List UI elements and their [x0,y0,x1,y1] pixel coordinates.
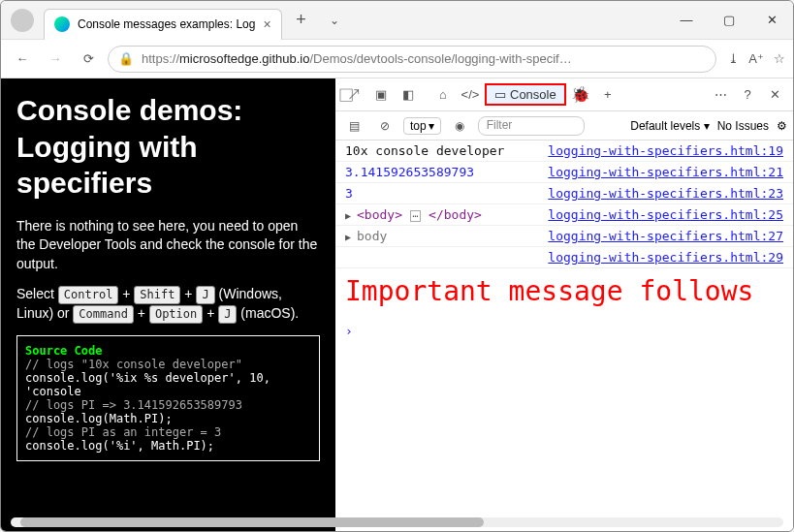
keyboard-instructions: Select Control + Shift + J (Windows, Lin… [16,285,320,324]
address-bar[interactable]: 🔒 https://microsoftedge.github.io/Demos/… [108,46,716,73]
window-maximize-button[interactable]: ▢ [708,1,750,40]
source-link[interactable]: logging-with-specifiers.html:25 [548,207,783,222]
source-code-box: Source Code // logs "10x console develop… [16,335,320,461]
forward-button[interactable]: → [42,46,69,73]
console-row: 10x console developer logging-with-speci… [335,141,793,162]
edge-favicon [54,16,70,32]
url-path: /Demos/devtools-console/logging-with-spe… [309,51,571,66]
favorite-icon[interactable]: ☆ [774,51,785,66]
inspect-icon[interactable]: ⃞↗ [341,82,366,108]
source-link[interactable]: logging-with-specifiers.html:29 [548,250,783,265]
sidebar-toggle-icon[interactable]: ▤ [341,113,366,139]
styled-log-message: Important message follows [335,268,793,322]
no-issues-label[interactable]: No Issues [717,119,769,133]
console-tab[interactable]: ▭ Console [485,83,566,106]
source-link[interactable]: logging-with-specifiers.html:21 [548,165,783,179]
page-content: Console demos: Logging with specifiers T… [1,78,335,531]
source-link[interactable]: logging-with-specifiers.html:27 [548,229,783,243]
welcome-tab-icon[interactable]: ⌂ [430,82,456,108]
device-toolbar-icon[interactable]: ▣ [368,82,394,108]
dock-icon[interactable]: ◧ [396,82,421,108]
source-link[interactable]: logging-with-specifiers.html:19 [548,143,783,158]
more-tools-icon[interactable]: ⋯ [708,82,733,108]
refresh-button[interactable]: ⟳ [75,46,102,73]
filter-input[interactable]: Filter [478,116,585,136]
chevron-down-icon: ▾ [429,119,434,133]
read-aloud-icon[interactable]: A⁺ [748,51,764,66]
add-panel-button[interactable]: + [595,82,620,108]
page-intro: There is nothing to see here, you need t… [16,217,320,274]
console-row: 3.141592653589793 logging-with-specifier… [335,162,793,183]
console-tab-label: Console [510,87,556,102]
url-host: microsoftedge.github.io [179,51,309,66]
tab-actions-chevron[interactable]: ⌄ [321,14,348,27]
lock-icon: 🔒 [118,51,134,66]
console-row: body logging-with-specifiers.html:27 [335,226,793,247]
close-tab-icon[interactable]: × [263,16,270,32]
page-title: Console demos: Logging with specifiers [16,92,320,202]
source-link[interactable]: logging-with-specifiers.html:23 [548,186,783,201]
app-icon[interactable]: ⤓ [728,51,739,66]
window-close-button[interactable]: ✕ [750,1,793,40]
scrollbar-thumb[interactable] [20,517,484,527]
close-devtools-icon[interactable]: ✕ [762,82,787,108]
back-button[interactable]: ← [9,46,36,73]
devtools-panel: ⃞↗ ▣ ◧ ⌂ </> ▭ Console 🐞 + ⋯ ? ✕ ▤ ⊘ top… [335,78,793,531]
console-row: 3 logging-with-specifiers.html:23 [335,183,793,204]
context-selector[interactable]: top ▾ [403,117,441,135]
console-output: 10x console developer logging-with-speci… [335,141,793,531]
url-scheme: https:// [142,51,179,66]
expandable-object[interactable]: <body> ⋯ </body> [345,207,482,222]
sources-tab-icon[interactable]: 🐞 [568,82,593,108]
expandable-object[interactable]: body [345,229,387,243]
browser-tab[interactable]: Console messages examples: Log × [44,9,282,40]
clear-console-icon[interactable]: ⊘ [372,113,397,139]
console-tab-icon: ▭ [494,87,506,102]
elements-tab-icon[interactable]: </> [458,82,483,108]
console-settings-icon[interactable]: ⚙ [777,119,787,133]
new-tab-button[interactable]: + [288,10,315,30]
console-row: <body> ⋯ </body> logging-with-specifiers… [335,204,793,226]
user-avatar[interactable] [11,9,34,32]
console-prompt[interactable]: › [335,322,793,340]
tab-title: Console messages examples: Log [78,17,255,31]
live-expression-icon[interactable]: ◉ [447,113,472,139]
horizontal-scrollbar[interactable] [11,517,783,527]
log-levels-selector[interactable]: Default levels ▾ [630,119,709,133]
console-row: logging-with-specifiers.html:29 [335,247,793,268]
help-icon[interactable]: ? [735,82,760,108]
window-minimize-button[interactable]: — [665,1,708,40]
